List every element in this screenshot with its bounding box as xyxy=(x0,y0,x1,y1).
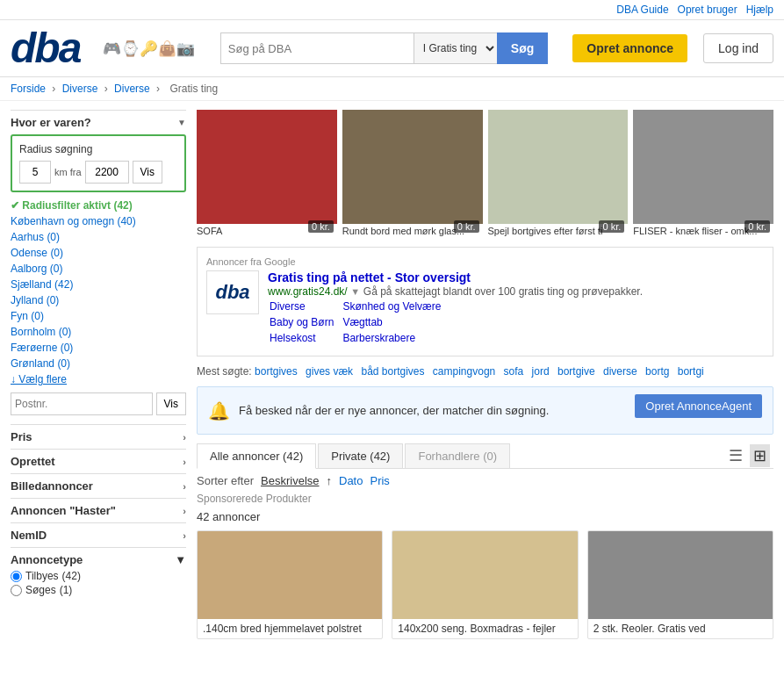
search-term-link[interactable]: bortg xyxy=(645,365,669,378)
ad-link[interactable]: Barberskrabere xyxy=(342,331,448,345)
ad-link[interactable]: Diverse xyxy=(270,299,341,313)
search-input[interactable] xyxy=(220,32,414,64)
top-images: 0 kr. SOFA 0 kr. Rundt bord med mørk gla… xyxy=(197,110,773,236)
search-term-link[interactable]: campingvogn xyxy=(433,365,495,378)
hjaelp-link[interactable]: Hjælp xyxy=(746,4,773,16)
list-item[interactable]: Grønland (0) xyxy=(11,356,186,371)
opret-bruger-link[interactable]: Opret bruger xyxy=(678,4,737,16)
svg-text:📷: 📷 xyxy=(176,40,195,58)
search-term-link[interactable]: sofa xyxy=(504,365,524,378)
sidebar: Hvor er varen? ▼ Radius søgning km fra V… xyxy=(11,110,186,639)
content-area: 0 kr. SOFA 0 kr. Rundt bord med mørk gla… xyxy=(197,110,773,639)
radius-km-input[interactable] xyxy=(19,161,51,184)
google-ad-header: Annoncer fra Google xyxy=(206,256,643,267)
table-price: 0 kr. xyxy=(454,220,479,233)
grid-view-icon[interactable]: ⊞ xyxy=(750,444,770,467)
list-item[interactable]: Aarhus (0) xyxy=(11,229,186,245)
see-more-link[interactable]: ↓ Vælg flere xyxy=(11,373,186,385)
header: dba 🎮 ⌚ 🔑 👜 📷 I Gratis ting Søg Opret an… xyxy=(0,20,784,77)
list-item[interactable]: Bornholm (0) xyxy=(11,324,186,340)
login-button[interactable]: Log ind xyxy=(703,33,773,63)
breadcrumb-current: Gratis ting xyxy=(169,83,218,95)
radius-inputs: km fra Vis xyxy=(19,161,177,184)
product-card-2[interactable]: 2 stk. Reoler. Gratis ved xyxy=(587,530,773,639)
sofa-image xyxy=(197,110,337,224)
image-card-mirror[interactable]: 0 kr. Spejl bortgives efter først ti xyxy=(488,110,629,236)
tiles-image xyxy=(633,110,773,224)
postnr-input[interactable] xyxy=(11,392,153,415)
haster-arrow: › xyxy=(183,506,186,516)
sort-description[interactable]: Beskrivelse xyxy=(261,474,319,487)
product-card-0[interactable]: .140cm bred hjemmelavet polstret xyxy=(197,530,383,639)
tilbyes-radio[interactable] xyxy=(11,571,22,582)
breadcrumb-diverse1[interactable]: Diverse xyxy=(62,83,98,95)
where-header[interactable]: Hvor er varen? ▼ xyxy=(11,110,186,134)
image-card-tiles[interactable]: 0 kr. FLISER - knæk fliser - omk... xyxy=(633,110,773,236)
list-item[interactable]: Færøerne (0) xyxy=(11,340,186,356)
most-searched: Mest søgte: bortgives gives væk båd bort… xyxy=(197,365,773,378)
create-agent-button[interactable]: Opret AnnonceAgent xyxy=(635,394,762,418)
sort-date[interactable]: Dato xyxy=(339,474,363,487)
breadcrumb-forside[interactable]: Forside xyxy=(11,83,46,95)
list-item[interactable]: Fyn (0) xyxy=(11,308,186,324)
search-category-dropdown[interactable]: I Gratis ting xyxy=(414,32,497,64)
search-term-link[interactable]: bortgives xyxy=(255,365,298,378)
search-term-link[interactable]: båd bortgives xyxy=(361,365,424,378)
soges-radio[interactable] xyxy=(11,585,22,596)
ad-link[interactable]: Helsekost xyxy=(270,331,341,345)
search-term-link[interactable]: gives væk xyxy=(306,365,353,378)
top-bar: DBA Guide Opret bruger Hjælp xyxy=(0,0,784,20)
sponsored-label: Sponsorerede Produkter xyxy=(197,493,773,505)
oprettet-section[interactable]: Oprettet › xyxy=(11,449,186,473)
list-item[interactable]: Odense (0) xyxy=(11,245,186,261)
radius-label: Radius søgning xyxy=(19,143,177,155)
ad-link[interactable]: Skønhed og Velvære xyxy=(342,299,448,313)
tab-private[interactable]: Private (42) xyxy=(318,443,403,468)
logo: dba xyxy=(11,27,80,69)
product-card-1[interactable]: 140x200 seng. Boxmadras - fejler xyxy=(392,530,578,639)
list-item[interactable]: Aalborg (0) xyxy=(11,261,186,277)
radius-zip-input[interactable] xyxy=(85,161,129,184)
list-item[interactable]: København og omegn (40) xyxy=(11,213,186,229)
ad-title[interactable]: Gratis ting på nettet - Stor oversigt xyxy=(268,270,643,284)
search-term-link[interactable]: bortgive xyxy=(557,365,595,378)
ad-link[interactable]: Vægttab xyxy=(342,315,448,329)
postnr-row: Vis xyxy=(11,392,186,415)
search-term-link[interactable]: jord xyxy=(532,365,550,378)
search-term-link[interactable]: diverse xyxy=(603,365,637,378)
image-card-table[interactable]: 0 kr. Rundt bord med mørk glas... xyxy=(342,110,483,236)
tab-dealers: Forhandlere (0) xyxy=(405,443,510,468)
list-item[interactable]: Sjælland (42) xyxy=(11,277,186,292)
dba-guide-link[interactable]: DBA Guide xyxy=(616,4,668,16)
nemid-section[interactable]: NemID › xyxy=(11,522,186,547)
sort-label: Sorter efter xyxy=(197,474,254,487)
search-term-link[interactable]: bortgi xyxy=(678,365,704,378)
decorative-icons: 🎮 ⌚ 🔑 👜 📷 xyxy=(97,31,203,66)
radius-vis-button[interactable]: Vis xyxy=(133,161,162,184)
svg-text:🔑: 🔑 xyxy=(140,40,158,58)
ad-link[interactable]: Baby og Børn xyxy=(270,315,341,329)
view-icons: ☰ ⊞ xyxy=(725,444,770,467)
breadcrumb-diverse2[interactable]: Diverse xyxy=(114,83,150,95)
sort-price[interactable]: Pris xyxy=(370,474,389,487)
list-item[interactable]: Jylland (0) xyxy=(11,292,186,308)
product-title-1: 140x200 seng. Boxmadras - fejler xyxy=(392,619,577,638)
mirror-image xyxy=(488,110,629,224)
product-grid: .140cm bred hjemmelavet polstret 140x200… xyxy=(197,530,773,639)
soges-radio-row: Søges (1) xyxy=(11,584,186,596)
notification-bar: 🔔 Få besked når der er nye annoncer, der… xyxy=(197,386,773,435)
search-button[interactable]: Søg xyxy=(497,32,548,64)
haster-section[interactable]: Annoncen "Haster" › xyxy=(11,498,186,522)
tab-all[interactable]: Alle annoncer (42) xyxy=(197,443,316,469)
sofa-price: 0 kr. xyxy=(308,220,334,233)
pris-section[interactable]: Pris › xyxy=(11,424,186,449)
list-view-icon[interactable]: ☰ xyxy=(725,444,746,467)
image-card-sofa[interactable]: 0 kr. SOFA xyxy=(197,110,337,236)
create-ad-button[interactable]: Opret annonce xyxy=(572,34,687,62)
oprettet-arrow: › xyxy=(183,457,186,467)
location-filter: Hvor er varen? ▼ Radius søgning km fra V… xyxy=(11,110,186,415)
postnr-vis-button[interactable]: Vis xyxy=(156,392,186,415)
location-active[interactable]: ✔ Radiusfilter aktivt (42) xyxy=(11,198,186,213)
billedannoncer-section[interactable]: Billedannoncer › xyxy=(11,473,186,498)
google-ad: Annoncer fra Google dba Gratis ting på n… xyxy=(197,247,773,356)
